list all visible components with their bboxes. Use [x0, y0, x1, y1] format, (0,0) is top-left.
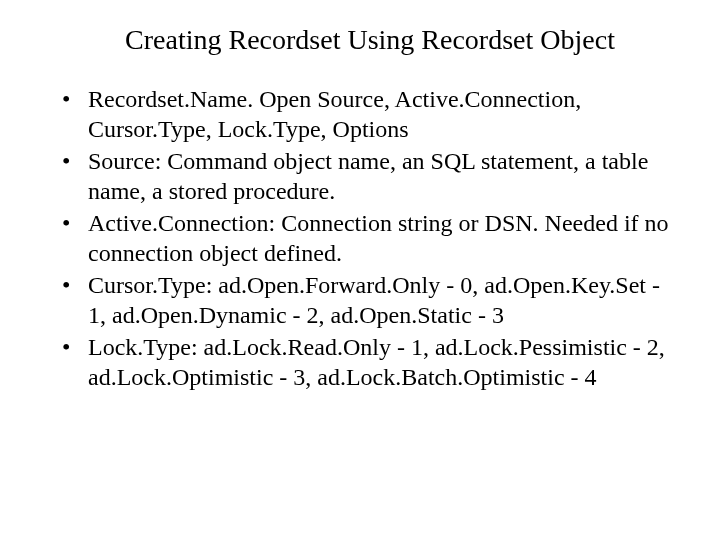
list-item: Cursor.Type: ad.Open.Forward.Only - 0, a… [48, 270, 672, 330]
bullet-list: Recordset.Name. Open Source, Active.Conn… [48, 84, 672, 392]
list-item: Active.Connection: Connection string or … [48, 208, 672, 268]
list-item: Recordset.Name. Open Source, Active.Conn… [48, 84, 672, 144]
list-item: Source: Command object name, an SQL stat… [48, 146, 672, 206]
list-item: Lock.Type: ad.Lock.Read.Only - 1, ad.Loc… [48, 332, 672, 392]
slide-title: Creating Recordset Using Recordset Objec… [48, 24, 672, 56]
